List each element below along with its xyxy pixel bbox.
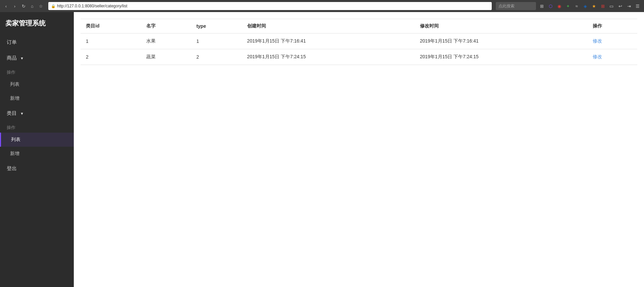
- sidebar-item-orders[interactable]: 订单: [0, 34, 74, 50]
- col-header-type: type: [191, 19, 241, 33]
- cell-name: 蔬菜: [141, 49, 191, 65]
- app-container: 卖家管理系统 订单 商品 ▼ 操作 列表 新增 类目 ▼ 操作 列表 新增 登出: [0, 12, 644, 287]
- nav-star-button[interactable]: ☆: [38, 3, 44, 9]
- sidebar-item-categories[interactable]: 类目 ▼: [0, 105, 74, 121]
- sidebar-item-logout[interactable]: 登出: [0, 161, 74, 176]
- cell-type: 2: [191, 49, 241, 65]
- sidebar-item-orders-label: 订单: [7, 39, 17, 46]
- sidebar-item-categories-list-label: 列表: [11, 137, 20, 142]
- extension-icon-5[interactable]: ◈: [582, 2, 589, 10]
- extension-icon-2[interactable]: ◉: [555, 2, 563, 10]
- search-placeholder: 点此搜索: [498, 3, 515, 9]
- extension-icon-1[interactable]: ⬡: [547, 2, 554, 10]
- col-header-created: 创建时间: [242, 19, 415, 33]
- sidebar-item-products-add-label: 新增: [10, 95, 19, 101]
- sidebar-item-products-add[interactable]: 新增: [0, 91, 74, 105]
- sidebar-title: 卖家管理系统: [0, 12, 74, 34]
- table-row: 1水果12019年1月15日 下午7:16:412019年1月15日 下午7:1…: [80, 33, 637, 49]
- address-bar[interactable]: 🔒 http://127.0.0.1:8080/seller/category/…: [48, 2, 492, 10]
- cell-modified: 2019年1月15日 下午7:16:41: [415, 33, 587, 49]
- col-header-id: 类目id: [80, 19, 141, 33]
- sidebar-item-products-list[interactable]: 列表: [0, 77, 74, 91]
- sidebar-item-logout-label: 登出: [7, 165, 17, 172]
- menu-icon[interactable]: ☰: [634, 2, 641, 10]
- sidebar-item-categories-label: 类目: [7, 110, 17, 117]
- cell-id: 1: [80, 33, 141, 49]
- sidebar-item-categories-add[interactable]: 新增: [0, 147, 74, 161]
- categories-chevron-icon: ▼: [20, 112, 24, 116]
- cell-edit: 修改: [587, 33, 637, 49]
- nav-back-button[interactable]: ‹: [3, 3, 9, 9]
- cell-edit: 修改: [587, 49, 637, 65]
- col-header-actions: 操作: [587, 19, 637, 33]
- zoom-icon[interactable]: ⊞: [538, 2, 545, 10]
- browser-chrome: ‹ › ↻ ⌂ ☆ 🔒 http://127.0.0.1:8080/seller…: [0, 0, 644, 12]
- category-table: 类目id 名字 type 创建时间 修改时间 操作 1水果12019年1月15日…: [80, 19, 637, 65]
- nav-forward-button[interactable]: ›: [11, 3, 18, 9]
- sidebar-item-products-list-label: 列表: [10, 81, 19, 87]
- sidebar: 卖家管理系统 订单 商品 ▼ 操作 列表 新增 类目 ▼ 操作 列表 新增 登出: [0, 12, 74, 287]
- cell-name: 水果: [141, 33, 191, 49]
- cell-created: 2019年1月15日 下午7:24:15: [242, 49, 415, 65]
- browser-toolbar: ⊞ ⬡ ◉ ✦ ≈ ◈ ★ ⊞ ▭ ↩ ⇥ ☰: [538, 2, 641, 10]
- edit-button[interactable]: 修改: [593, 38, 602, 44]
- col-header-modified: 修改时间: [415, 19, 587, 33]
- cell-id: 2: [80, 49, 141, 65]
- cell-modified: 2019年1月15日 下午7:24:15: [415, 49, 587, 65]
- nav-home-button[interactable]: ⌂: [29, 3, 36, 9]
- nav-refresh-button[interactable]: ↻: [20, 3, 27, 9]
- url-text: http://127.0.0.1:8080/seller/category/li…: [57, 4, 127, 8]
- sidebar-item-products[interactable]: 商品 ▼: [0, 50, 74, 66]
- extension-icon-6[interactable]: ★: [590, 2, 598, 10]
- ssl-icon: 🔒: [51, 4, 56, 8]
- undo-icon[interactable]: ↩: [616, 2, 624, 10]
- col-header-name: 名字: [141, 19, 191, 33]
- content-area: 类目id 名字 type 创建时间 修改时间 操作 1水果12019年1月15日…: [74, 12, 644, 287]
- table-header-row: 类目id 名字 type 创建时间 修改时间 操作: [80, 19, 637, 33]
- extension-icon-7[interactable]: ⊞: [599, 2, 606, 10]
- sidebar-item-categories-list[interactable]: 列表: [0, 133, 74, 147]
- extension-icon-3[interactable]: ✦: [564, 2, 572, 10]
- cell-type: 1: [191, 33, 241, 49]
- window-icon[interactable]: ▭: [608, 2, 615, 10]
- table-row: 2蔬菜22019年1月15日 下午7:24:152019年1月15日 下午7:2…: [80, 49, 637, 65]
- products-chevron-icon: ▼: [20, 56, 24, 60]
- cell-created: 2019年1月15日 下午7:16:41: [242, 33, 415, 49]
- sidebar-item-categories-add-label: 新增: [10, 151, 19, 156]
- sidebar-categories-ops-label: 操作: [0, 121, 74, 133]
- browser-search-box[interactable]: 点此搜索: [496, 2, 536, 10]
- sidebar-item-products-label: 商品: [7, 55, 17, 61]
- sidebar-products-ops-label: 操作: [0, 66, 74, 77]
- extension-icon-4[interactable]: ≈: [573, 2, 580, 10]
- edit-button[interactable]: 修改: [593, 54, 602, 59]
- redo-icon[interactable]: ⇥: [625, 2, 633, 10]
